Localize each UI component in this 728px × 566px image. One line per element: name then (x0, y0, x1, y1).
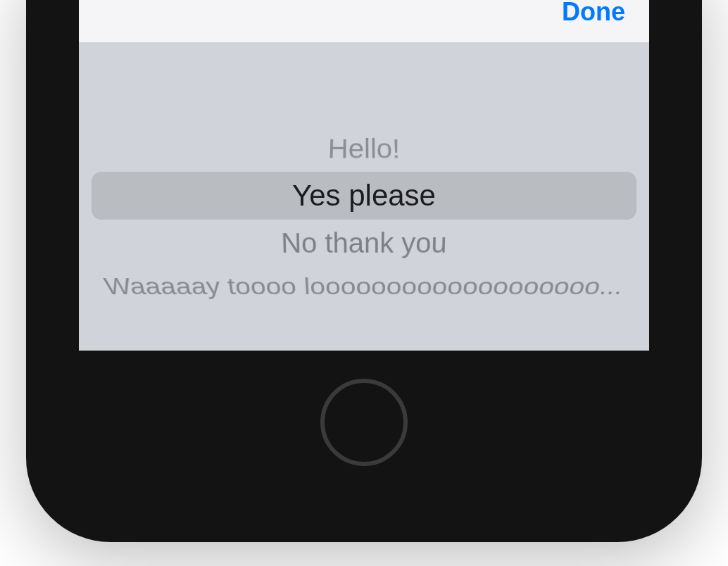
picker-option-selected[interactable]: Yes please (92, 172, 636, 220)
picker-option[interactable]: Waaaaay toooo looooooooooooooooooo... (87, 268, 641, 305)
picker-option[interactable]: Hello! (87, 128, 641, 170)
picker-option[interactable]: No thank you (89, 221, 639, 264)
home-button[interactable] (320, 379, 408, 466)
screen: Done Hello! Yes please No thank you Waaa… (79, 0, 649, 351)
done-button[interactable]: Done (562, 0, 625, 27)
picker-wheel[interactable]: Hello! Yes please No thank you Waaaaay t… (79, 42, 649, 351)
picker-toolbar: Done (79, 0, 649, 42)
phone-frame: Done Hello! Yes please No thank you Waaa… (26, 0, 702, 542)
